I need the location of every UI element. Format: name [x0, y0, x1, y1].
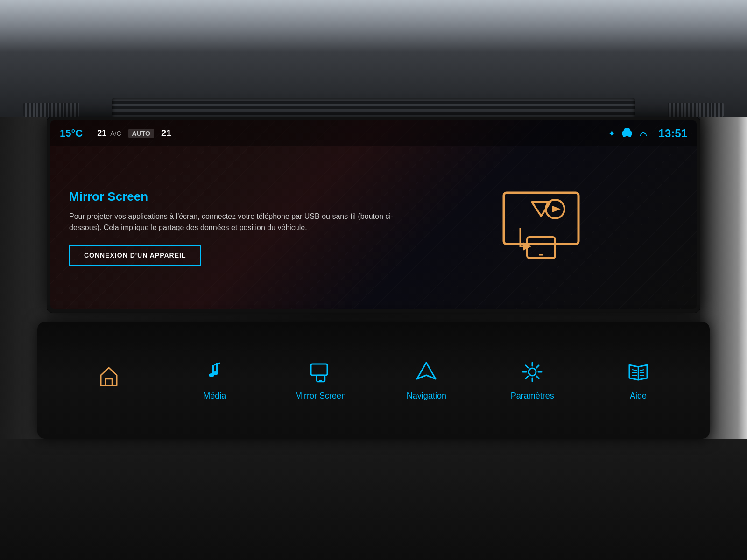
- status-bar: 15°C 21 A/C AUTO 21 ✦: [50, 120, 697, 146]
- vent-left: [23, 103, 79, 117]
- svg-line-26: [640, 372, 644, 373]
- connect-device-button[interactable]: CONNEXION D'UN APPAREIL: [69, 245, 201, 266]
- nav-bar: Média Mirror Screen Navigation: [37, 322, 710, 439]
- floor-area: [0, 439, 747, 560]
- media-label: Média: [203, 391, 226, 401]
- signal-icon: [638, 128, 648, 139]
- aide-icon: [627, 360, 650, 385]
- svg-line-27: [640, 375, 644, 376]
- time-display: 13:51: [659, 127, 687, 140]
- nav-item-parametres[interactable]: Paramètres: [479, 356, 585, 406]
- status-icons: ✦: [608, 127, 687, 140]
- media-icon: [203, 360, 226, 385]
- bluetooth-icon: ✦: [608, 128, 616, 139]
- svg-marker-7: [552, 206, 561, 212]
- mirror-screen-title: Mirror Screen: [69, 189, 404, 204]
- svg-line-15: [214, 363, 220, 365]
- svg-rect-10: [106, 379, 112, 385]
- parametres-icon: [521, 360, 544, 385]
- svg-line-22: [632, 370, 637, 371]
- mirror-icon-section: [404, 186, 678, 270]
- vent-right: [668, 103, 724, 117]
- auto-badge: AUTO: [128, 129, 154, 138]
- nav-item-aide[interactable]: Aide: [585, 356, 691, 406]
- mirror-screen-description: Pour projeter vos applications à l'écran…: [69, 211, 404, 233]
- climate-info: 15°C 21 A/C AUTO 21: [60, 126, 171, 140]
- nav-item-media[interactable]: Média: [162, 356, 268, 406]
- mirror-screen-label: Mirror Screen: [295, 391, 346, 401]
- svg-line-25: [640, 370, 644, 371]
- main-screen: 15°C 21 A/C AUTO 21 ✦: [47, 117, 700, 313]
- nav-item-home[interactable]: [56, 360, 162, 400]
- aide-label: Aide: [630, 391, 647, 401]
- car-icon: [621, 127, 633, 139]
- navigation-icon: [415, 360, 438, 385]
- svg-line-24: [632, 375, 637, 376]
- temperature-display: 15°C: [60, 127, 83, 140]
- fan-value: 21: [161, 128, 171, 139]
- svg-rect-16: [311, 364, 327, 375]
- screen-display: 15°C 21 A/C AUTO 21 ✦: [50, 120, 697, 309]
- mirror-screen-icon: [494, 186, 588, 270]
- navigation-label: Navigation: [407, 391, 446, 401]
- climate-separator: [90, 126, 90, 140]
- nav-item-mirror-screen[interactable]: Mirror Screen: [268, 356, 374, 406]
- parametres-label: Paramètres: [511, 391, 554, 401]
- svg-point-14: [212, 371, 218, 375]
- mirror-screen-nav-icon: [309, 360, 332, 385]
- vent-area: [0, 0, 747, 131]
- text-section: Mirror Screen Pour projeter vos applicat…: [69, 189, 404, 266]
- content-area: Mirror Screen Pour projeter vos applicat…: [50, 146, 697, 309]
- svg-point-20: [529, 368, 536, 376]
- svg-marker-19: [417, 363, 436, 379]
- home-icon: [97, 365, 120, 390]
- ac-info: 21 A/C: [97, 128, 121, 138]
- svg-line-23: [632, 372, 637, 373]
- ac-value: 21: [97, 128, 106, 138]
- screen-bezel: 15°C 21 A/C AUTO 21 ✦: [47, 117, 700, 313]
- ac-label: A/C: [110, 130, 121, 137]
- nav-item-navigation[interactable]: Navigation: [374, 356, 479, 406]
